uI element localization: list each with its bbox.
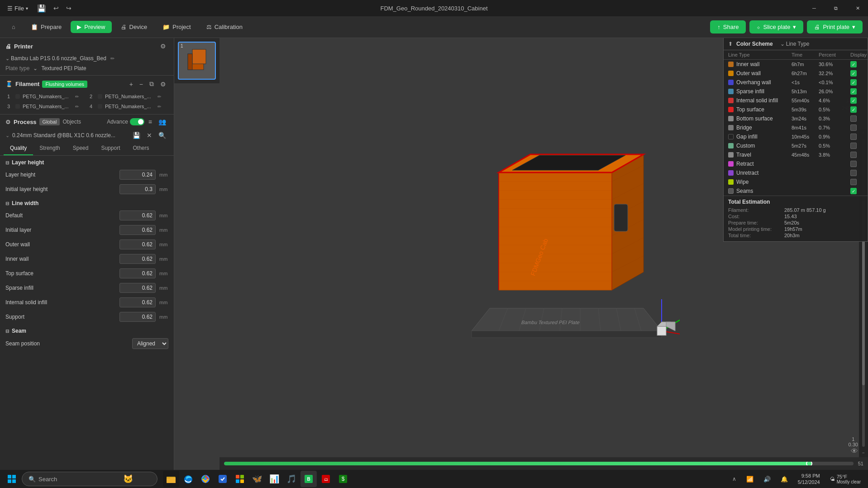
cs-inner-wall-check[interactable] [850, 61, 857, 67]
filament-slot-4[interactable]: 4 PETG_Numakers_... ✏ [88, 102, 168, 110]
profile-search-button[interactable]: 🔍 [156, 131, 168, 140]
advance-toggle[interactable] [130, 118, 144, 125]
taskbar-search[interactable]: 🔍 Search 🐱 [22, 472, 157, 486]
filament-slot-1[interactable]: 1 PETG_Numakers_... ✏ [5, 92, 86, 100]
cs-retract-check[interactable] [850, 161, 857, 167]
taskbar-app-app3[interactable]: 🎵 [283, 471, 300, 487]
process-objects-badge[interactable]: Objects [62, 119, 81, 125]
taskbar-app-app1[interactable]: 🦋 [249, 471, 265, 487]
undo-button[interactable]: ↩ [52, 4, 61, 13]
layer-height-group-header[interactable]: ⊟ Layer height [0, 156, 174, 167]
initial-layer-height-input[interactable] [119, 184, 156, 194]
zoom-out-button[interactable]: − [860, 449, 867, 457]
taskbar-app-red[interactable]: 🗂 [318, 471, 334, 487]
outer-wall-input[interactable] [119, 239, 156, 249]
progress-bar-bg[interactable] [224, 462, 854, 465]
maximize-button[interactable]: ⧉ [825, 0, 846, 16]
file-menu[interactable]: ☰ File ▾ [4, 3, 32, 14]
cs-bottom-surface-check[interactable] [850, 115, 857, 122]
internal-solid-infill-input[interactable] [119, 297, 156, 307]
cs-unretract-check[interactable] [850, 170, 857, 176]
layer-height-input[interactable] [119, 170, 156, 180]
sys-tray-clock[interactable]: 9:58 PM 5/12/2024 [794, 471, 824, 488]
print-button[interactable]: 🖨 Print plate ▾ [807, 20, 863, 33]
taskbar-app-todo[interactable] [215, 471, 231, 487]
nav-device[interactable]: 🖨 Device [114, 21, 154, 33]
cs-bridge-check[interactable] [850, 124, 857, 131]
profile-save-button[interactable]: 💾 [130, 131, 143, 140]
tab-quality[interactable]: Quality [4, 142, 33, 155]
redo-button[interactable]: ↪ [64, 4, 73, 13]
default-input[interactable] [119, 211, 156, 220]
inner-wall-input[interactable] [119, 254, 156, 264]
cs-seams-check[interactable] [850, 188, 857, 194]
cs-travel-check[interactable] [850, 152, 857, 158]
support-input[interactable] [119, 312, 156, 322]
filament-slot-2[interactable]: 2 PETG_Numakers_... ✏ [88, 92, 168, 100]
taskbar-app-chrome[interactable] [197, 471, 214, 487]
top-surface-input[interactable] [119, 268, 156, 278]
slot-4-edit[interactable]: ✏ [157, 104, 161, 109]
cs-type-selector[interactable]: ⌄ Line Type [780, 41, 810, 47]
tab-others[interactable]: Others [126, 142, 155, 155]
cs-outer-wall-check[interactable] [850, 70, 857, 77]
cs-sparse-infill-check[interactable] [850, 88, 857, 95]
filament-settings-button[interactable]: ⚙ [158, 80, 168, 89]
sys-tray-network[interactable]: 📶 [743, 474, 757, 484]
nav-calibration[interactable]: ⚖ Calibration [200, 21, 249, 33]
plate-type-value[interactable]: Textured PEI Plate [41, 65, 86, 72]
process-global-badge[interactable]: Global [39, 118, 60, 125]
printer-settings-icon[interactable]: ⚙ [158, 42, 168, 51]
taskbar-app-app2[interactable]: 📊 [266, 471, 282, 487]
slot-2-edit[interactable]: ✏ [157, 94, 161, 99]
cs-collapse-icon[interactable]: ⬆ [728, 41, 733, 47]
profile-name[interactable]: 0.24mm Standard @BBL X1C 0.6 nozzle... [12, 132, 128, 139]
cs-gap-infill-check[interactable] [850, 134, 857, 140]
sparse-infill-input[interactable] [119, 283, 156, 293]
thumbnail-1[interactable]: 1 [178, 42, 216, 80]
nav-preview[interactable]: ▶ Preview [71, 21, 111, 33]
slot-1-edit[interactable]: ✏ [75, 94, 79, 99]
taskbar-app-green2[interactable]: $ [335, 471, 351, 487]
save-button[interactable]: 💾 [35, 3, 48, 14]
printer-name[interactable]: ⌄ Bambu Lab P1S 0.6 nozzle_Glass_Bed ✏ [0, 54, 174, 64]
nav-prepare[interactable]: 📋 Prepare [24, 21, 68, 33]
taskbar-app-edge[interactable] [180, 471, 196, 487]
taskbar-app-explorer[interactable] [163, 471, 179, 487]
seam-position-select[interactable]: Aligned Random Nearest [132, 338, 168, 349]
flushing-volumes-button[interactable]: Flushing volumes [42, 81, 87, 88]
filament-remove-button[interactable]: − [137, 80, 145, 89]
nav-project[interactable]: 📁 Project [156, 21, 197, 33]
tab-strength[interactable]: Strength [33, 142, 66, 155]
cs-internal-solid-check[interactable] [850, 97, 857, 104]
cs-top-surface-check[interactable] [850, 106, 857, 113]
cs-overhang-wall-check[interactable] [850, 79, 857, 86]
filament-copy-button[interactable]: ⧉ [147, 79, 156, 89]
minimize-button[interactable]: ─ [804, 0, 825, 16]
process-users-button[interactable]: 👥 [156, 117, 168, 126]
cs-custom-check[interactable] [850, 143, 857, 149]
cs-wipe-check[interactable] [850, 179, 857, 185]
sys-tray-expand[interactable]: ∧ [729, 474, 740, 484]
taskbar-app-bambu[interactable]: B [300, 471, 317, 487]
home-button[interactable]: ⌂ [5, 19, 22, 35]
sys-tray-volume[interactable]: 🔊 [760, 474, 774, 484]
seam-group-header[interactable]: ⊟ Seam [0, 324, 174, 336]
tab-speed[interactable]: Speed [67, 142, 95, 155]
weather-widget[interactable]: 🌤 75°F Mostly clear [826, 473, 864, 485]
share-button[interactable]: ↑ Share [710, 20, 746, 33]
slice-button[interactable]: ⬦ Slice plate ▾ [749, 20, 803, 33]
start-button[interactable] [4, 471, 20, 487]
tab-support[interactable]: Support [95, 142, 126, 155]
close-button[interactable]: ✕ [847, 0, 868, 16]
sys-tray-notification[interactable]: 🔔 [777, 474, 792, 484]
initial-layer-input[interactable] [119, 225, 156, 235]
visibility-button[interactable]: 👁 [851, 447, 858, 455]
slot-3-edit[interactable]: ✏ [75, 104, 79, 109]
profile-close-button[interactable]: ✕ [144, 131, 154, 140]
filament-slot-3[interactable]: 3 PETG_Numakers_... ✏ [5, 102, 86, 110]
line-width-group-header[interactable]: ⊟ Line width [0, 196, 174, 208]
taskbar-app-store[interactable] [232, 471, 248, 487]
filament-add-button[interactable]: + [127, 80, 135, 89]
process-list-button[interactable]: ≡ [146, 117, 154, 126]
